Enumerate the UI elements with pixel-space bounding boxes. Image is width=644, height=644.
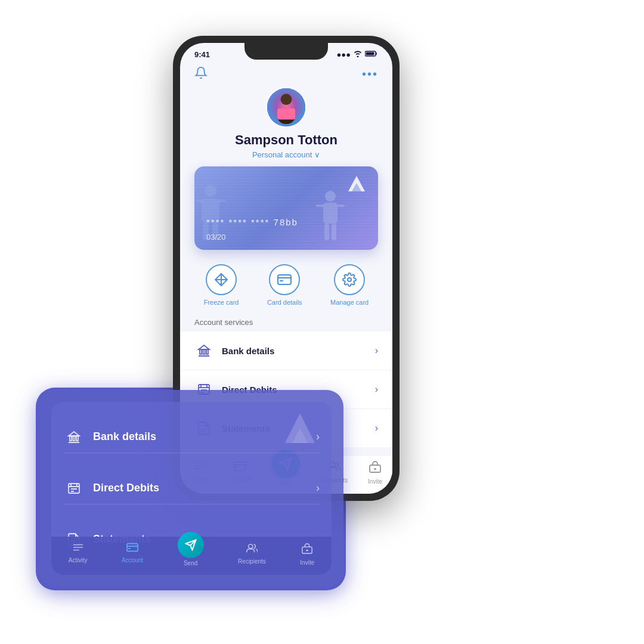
bank-details-icon bbox=[194, 341, 213, 360]
svg-rect-47 bbox=[70, 436, 72, 441]
svg-rect-26 bbox=[206, 349, 208, 354]
bank-details-text: Bank details bbox=[222, 346, 375, 356]
svg-rect-14 bbox=[316, 205, 324, 207]
phone-notch bbox=[244, 43, 328, 60]
wifi-icon bbox=[353, 50, 363, 59]
svg-rect-17 bbox=[332, 224, 336, 240]
overlay-card: Bank details › Direct Debits › bbox=[39, 390, 343, 587]
svg-rect-24 bbox=[200, 349, 202, 354]
svg-point-23 bbox=[348, 278, 351, 281]
overlay-recipients-icon bbox=[246, 543, 258, 556]
user-name: Sampson Totton bbox=[235, 132, 338, 148]
svg-rect-9 bbox=[217, 200, 225, 202]
svg-rect-20 bbox=[278, 275, 291, 284]
overlay-activity-icon bbox=[73, 543, 83, 555]
account-services-title: Account services bbox=[180, 315, 392, 332]
card-container: **** **** **** 78bb 03/20 bbox=[180, 166, 392, 259]
svg-rect-61 bbox=[127, 544, 138, 552]
overlay-recipients-label: Recipients bbox=[238, 558, 266, 565]
overlay-direct-debits-icon bbox=[63, 478, 85, 499]
card-details-icon-circle bbox=[269, 264, 300, 295]
freeze-card-icon-circle bbox=[206, 264, 237, 295]
card-details-label: Card details bbox=[267, 299, 302, 306]
invite-label: Invite bbox=[368, 478, 382, 485]
bank-details-chevron-icon: › bbox=[375, 345, 378, 356]
svg-rect-8 bbox=[196, 200, 204, 202]
svg-rect-15 bbox=[336, 205, 345, 207]
signal-icon: ●●● bbox=[336, 50, 351, 59]
card-logo bbox=[346, 175, 367, 196]
svg-rect-13 bbox=[323, 203, 338, 224]
battery-icon bbox=[365, 50, 378, 59]
svg-point-66 bbox=[249, 544, 253, 549]
invite-icon bbox=[369, 460, 382, 476]
chevron-down-icon: ∨ bbox=[314, 150, 320, 159]
card-expiry: 03/20 bbox=[206, 233, 226, 242]
overlay-invite-icon bbox=[301, 543, 313, 558]
svg-rect-16 bbox=[324, 224, 329, 240]
manage-card-icon-circle bbox=[334, 264, 365, 295]
freeze-card-button[interactable]: Freeze card bbox=[204, 264, 239, 306]
svg-rect-49 bbox=[76, 436, 78, 441]
card-illustration-right bbox=[312, 188, 348, 250]
overlay-wise-logo bbox=[279, 410, 321, 453]
svg-rect-48 bbox=[73, 436, 75, 441]
overlay-bottom-nav: Activity Account bbox=[51, 537, 332, 575]
overlay-nav-send[interactable]: Send bbox=[178, 543, 204, 566]
svg-rect-63 bbox=[128, 548, 131, 549]
svg-rect-22 bbox=[280, 280, 283, 281]
overlay-nav-recipients[interactable]: Recipients bbox=[238, 543, 266, 566]
overlay-nav-account[interactable]: Account bbox=[122, 543, 143, 566]
freeze-card-label: Freeze card bbox=[204, 299, 239, 306]
manage-card-label: Manage card bbox=[330, 299, 369, 306]
more-options-icon[interactable]: ••• bbox=[362, 67, 378, 81]
overlay-activity-label: Activity bbox=[69, 557, 88, 564]
profile-section: Sampson Totton Personal account ∨ bbox=[180, 82, 392, 166]
nav-invite[interactable]: Invite bbox=[368, 460, 382, 487]
svg-point-12 bbox=[325, 191, 336, 202]
statements-chevron-icon: › bbox=[375, 423, 378, 434]
account-type-selector[interactable]: Personal account ∨ bbox=[252, 150, 320, 159]
card-details-button[interactable]: Card details bbox=[267, 264, 302, 306]
card-actions-row: Freeze card Card details bbox=[180, 259, 392, 315]
overlay-nav-activity[interactable]: Activity bbox=[69, 543, 88, 566]
credit-card[interactable]: **** **** **** 78bb 03/20 bbox=[194, 166, 378, 250]
overlay-invite-label: Invite bbox=[300, 559, 314, 566]
overlay-direct-debits-text: Direct Debits bbox=[93, 482, 316, 494]
overlay-card-inner: Bank details › Direct Debits › bbox=[51, 402, 332, 575]
avatar bbox=[266, 87, 306, 128]
svg-rect-25 bbox=[203, 349, 205, 354]
overlay-direct-debits-chevron-icon: › bbox=[316, 482, 320, 494]
overlay-direct-debits-item[interactable]: Direct Debits › bbox=[63, 473, 320, 504]
svg-point-6 bbox=[205, 185, 216, 197]
bank-details-item[interactable]: Bank details › bbox=[180, 332, 392, 370]
overlay-nav-invite[interactable]: Invite bbox=[300, 543, 314, 566]
overlay-account-label: Account bbox=[122, 557, 143, 564]
top-nav: ••• bbox=[180, 61, 392, 82]
notification-bell-icon[interactable] bbox=[194, 66, 208, 82]
svg-point-3 bbox=[281, 94, 292, 105]
overlay-send-label: Send bbox=[184, 560, 197, 566]
direct-debits-chevron-icon: › bbox=[375, 384, 378, 395]
overlay-bank-details-icon bbox=[63, 426, 85, 448]
manage-card-button[interactable]: Manage card bbox=[330, 264, 369, 306]
overlay-account-icon bbox=[126, 543, 138, 555]
svg-rect-1 bbox=[366, 52, 374, 55]
overlay-send-button[interactable] bbox=[178, 532, 204, 558]
svg-rect-5 bbox=[277, 109, 295, 120]
card-number: **** **** **** 78bb bbox=[206, 217, 298, 227]
status-icons: ●●● bbox=[336, 50, 378, 59]
status-time: 9:41 bbox=[194, 50, 210, 59]
